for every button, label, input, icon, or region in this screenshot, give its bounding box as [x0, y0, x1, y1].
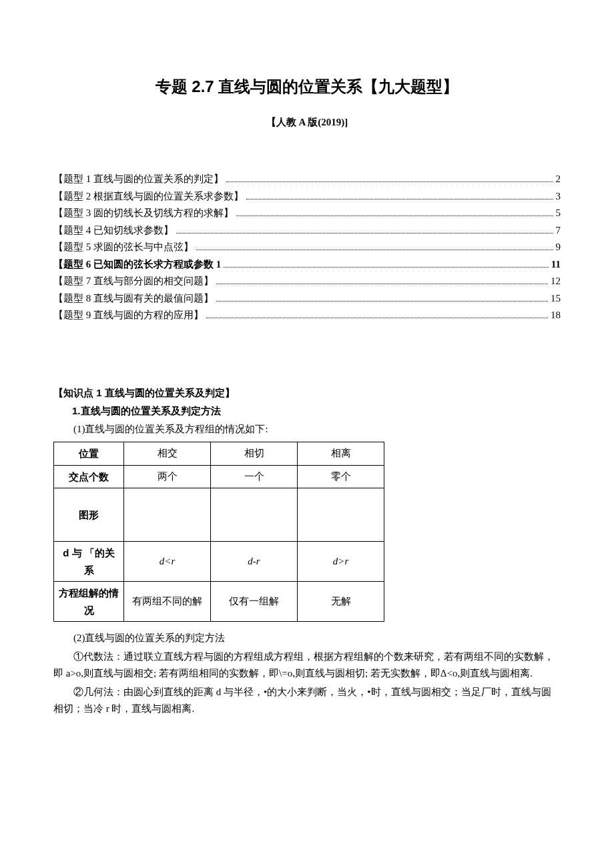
toc-item-label: 【题型 6 已知圆的弦长求方程或参数 1: [53, 256, 221, 274]
td: 仅有一组解: [211, 582, 298, 622]
toc-item-label: 【题型 4 已知切线求参数】: [53, 222, 174, 240]
body-paragraph: (2)直线与圆的位置关系的判定方法: [53, 630, 561, 647]
toc-dots: [206, 318, 548, 318]
td-figure: [124, 488, 211, 542]
table-of-contents: 【题型 1 直线与圆的位置关系的判定】2【题型 2 根据直线与圆的位置关系求参数…: [53, 171, 561, 324]
toc-dots: [224, 267, 549, 268]
th-solutions: 方程组解的情况: [54, 582, 124, 622]
td: 有两组不同的解: [124, 582, 211, 622]
toc-item-page: 2: [556, 171, 561, 188]
th-count: 交点个数: [54, 465, 124, 488]
td: 两个: [124, 465, 211, 488]
toc-dots: [246, 199, 553, 199]
toc-dots: [176, 233, 553, 234]
th-position: 位置: [54, 442, 124, 466]
toc-item-page: 3: [556, 188, 561, 205]
td: 相切: [211, 442, 298, 466]
toc-item: 【题型 5 求圆的弦长与中点弦】9: [53, 239, 561, 256]
toc-item: 【题型 1 直线与圆的位置关系的判定】2: [53, 171, 561, 188]
subsection-heading: 1.直线与圆的位置关系及判定方法: [53, 402, 561, 420]
toc-item-page: 9: [556, 239, 561, 256]
th-figure: 图形: [54, 488, 124, 542]
toc-dots: [226, 181, 553, 182]
td: d<r: [124, 542, 211, 582]
th-relation: d 与 「的关系: [54, 542, 124, 582]
relation-table: 位置 相交 相切 相离 交点个数 两个 一个 零个 图形 d 与 「的关系 d<…: [53, 442, 384, 622]
toc-item-page: 12: [551, 273, 561, 290]
toc-item-label: 【题型 5 求圆的弦长与中点弦】: [53, 239, 194, 256]
body-paragraph: ①代数法：通过联立直线方程与圆的方程组成方程组，根据方程组解的个数来研究，若有两…: [53, 648, 561, 683]
toc-item-page: 7: [556, 222, 561, 240]
td: 无解: [298, 582, 384, 622]
toc-dots: [216, 301, 548, 302]
toc-item-label: 【题型 3 圆的切线长及切线方程的求解】: [53, 205, 234, 222]
toc-item: 【题型 9 直线与圆的方程的应用】18: [53, 307, 561, 324]
toc-item-label: 【题型 7 直线与部分圆的相交问题】: [53, 273, 214, 290]
body-paragraph: ②几何法：由圆心到直线的距离 d 与半径，•的大小来判断，当火，•时，直线与圆相…: [53, 684, 561, 718]
td: d>r: [298, 542, 384, 582]
toc-dots: [196, 250, 553, 250]
toc-item: 【题型 8 直线与圆有关的最值问题】15: [53, 290, 561, 308]
td-figure: [211, 488, 298, 542]
td-figure: [298, 488, 384, 542]
td: 相离: [298, 442, 384, 466]
toc-item-label: 【题型 1 直线与圆的位置关系的判定】: [53, 171, 224, 188]
toc-item-page: 18: [551, 307, 561, 324]
toc-item-label: 【题型 2 根据直线与圆的位置关系求参数】: [53, 188, 244, 205]
td: d-r: [211, 542, 298, 582]
toc-item: 【题型 2 根据直线与圆的位置关系求参数】3: [53, 188, 561, 205]
toc-dots: [236, 215, 553, 216]
toc-item-label: 【题型 8 直线与圆有关的最值问题】: [53, 290, 214, 308]
toc-item-page: 5: [556, 205, 561, 222]
td: 一个: [211, 465, 298, 488]
toc-item-page: 11: [551, 256, 561, 274]
toc-item: 【题型 3 圆的切线长及切线方程的求解】5: [53, 205, 561, 222]
toc-item: 【题型 4 已知切线求参数】7: [53, 222, 561, 240]
toc-item: 【题型 7 直线与部分圆的相交问题】12: [53, 273, 561, 290]
td: 相交: [124, 442, 211, 466]
toc-item-page: 15: [551, 290, 561, 308]
td: 零个: [298, 465, 384, 488]
toc-item: 【题型 6 已知圆的弦长求方程或参数 111: [53, 256, 561, 274]
toc-item-label: 【题型 9 直线与圆的方程的应用】: [53, 307, 204, 324]
page-subtitle: 【人教 A 版(2019)]: [53, 114, 561, 131]
knowledge-point-heading: 【知识点 1 直线与圆的位置关系及判定】: [53, 384, 561, 402]
intro-paragraph: (1)直线与圆的位置关系及方程组的情况如下:: [53, 421, 561, 438]
page-title: 专题 2.7 直线与圆的位置关系【九大题型】: [53, 73, 561, 101]
toc-dots: [216, 284, 548, 284]
